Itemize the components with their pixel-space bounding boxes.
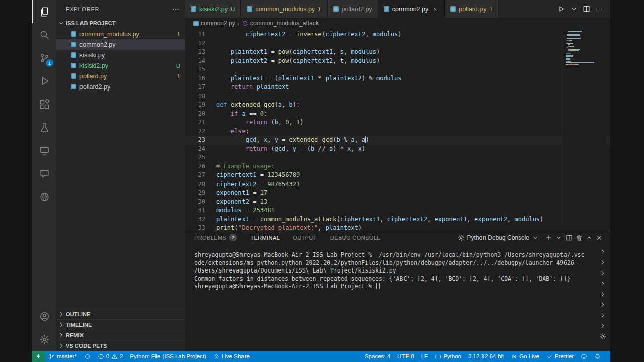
status-indentation[interactable]: Spaces: 4 [361, 351, 394, 362]
terminal-instance[interactable] [595, 299, 610, 310]
status-notifications[interactable] [591, 351, 604, 362]
tab-common2.py[interactable]: common2.py [378, 0, 445, 18]
line-number[interactable]: 16 [185, 74, 205, 83]
run-dropdown[interactable] [569, 4, 579, 14]
run-python-file[interactable] [556, 4, 567, 14]
line-number[interactable]: 20 [185, 110, 205, 119]
file-row[interactable]: kisiski2.pyU [56, 60, 185, 71]
code-line[interactable]: 31modulus = 253481 [185, 206, 610, 215]
activity-remote-explorer[interactable] [32, 139, 56, 162]
file-row[interactable]: pollard2.py [56, 81, 185, 92]
terminal-selector[interactable]: Python Debug Console [458, 234, 539, 241]
panel-tab-terminal[interactable]: TERMINAL [250, 231, 280, 244]
line-number[interactable]: 27 [185, 171, 205, 180]
terminal-profile-dropdown[interactable] [554, 233, 564, 243]
file-row[interactable]: pollard.py1 [56, 71, 185, 81]
section-header-remix[interactable]: REMIX [56, 330, 185, 340]
terminal-instance[interactable] [595, 320, 610, 331]
terminal-settings[interactable] [595, 331, 610, 341]
code-line[interactable]: 21 return (b, 0, 1) [185, 118, 610, 127]
code-line[interactable]: 14 plaintext2 = pow(ciphertext2, t, modu… [185, 57, 610, 66]
line-number[interactable]: 22 [185, 127, 205, 136]
line-number[interactable]: 26 [185, 162, 205, 171]
status-prettier[interactable]: Prettier [543, 351, 577, 362]
remote-indicator[interactable] [32, 351, 45, 362]
code-line[interactable]: 20 if a == 0: [185, 110, 610, 119]
line-number[interactable]: 17 [185, 83, 205, 92]
activity-account[interactable] [32, 305, 56, 328]
line-number[interactable]: 32 [185, 215, 205, 224]
terminal-instance[interactable] [595, 289, 610, 299]
status-python-config[interactable]: Python: File (ISS Lab Project) [126, 351, 209, 362]
status-language-mode[interactable]: { }Python [431, 351, 465, 362]
problems-summary[interactable]: 02 [94, 351, 127, 362]
code-line[interactable]: 25 [185, 153, 610, 162]
close-icon[interactable] [431, 5, 439, 13]
code-line[interactable]: 19def extended_gcd(a, b): [185, 101, 610, 110]
panel-tab-debug-console[interactable]: DEBUG CONSOLE [330, 231, 381, 244]
terminal[interactable]: shreyagupta@Shreyas-MacBook-Air-2 ISS La… [185, 244, 595, 351]
breadcrumb-file[interactable]: common2.py [193, 20, 235, 27]
tab-common_modulus.py[interactable]: common_modulus.py1 [241, 0, 327, 18]
maximize-panel[interactable] [584, 233, 594, 243]
terminal-instance[interactable] [595, 246, 610, 257]
activity-run-debug[interactable] [32, 69, 56, 93]
line-number[interactable]: 12 [185, 39, 205, 48]
minimap[interactable] [562, 29, 606, 231]
code-line[interactable]: 28ciphertext2 = 987654321 [185, 180, 610, 189]
status-feedback[interactable] [577, 351, 591, 362]
activity-browser-preview[interactable] [32, 185, 56, 208]
terminal-instance[interactable] [595, 267, 610, 278]
panel-tab-output[interactable]: OUTPUT [293, 231, 317, 244]
code-line[interactable]: 22 else: [185, 127, 610, 136]
code-line[interactable]: 13 plaintext1 = pow(ciphertext1, s, modu… [185, 48, 610, 57]
split-editor[interactable] [581, 4, 592, 14]
terminal-instance[interactable] [595, 257, 610, 267]
line-number[interactable]: 13 [185, 48, 205, 57]
terminal-instance[interactable] [595, 310, 610, 320]
activity-testing[interactable] [32, 116, 56, 139]
tab-pollard2.py[interactable]: pollard2.py [328, 0, 378, 18]
line-number[interactable]: 24 [185, 145, 205, 154]
code-line[interactable]: 17 return plaintext [185, 83, 610, 92]
line-number[interactable]: 15 [185, 65, 205, 74]
code-line[interactable]: 18 [185, 92, 610, 101]
status-git-branch[interactable]: master* [45, 351, 80, 362]
status-python-interpreter[interactable]: 3.12.12 64-bit [465, 351, 507, 362]
line-number[interactable]: 29 [185, 189, 205, 198]
tab-pollard.py[interactable]: pollard.py1 [445, 0, 499, 18]
code-line[interactable]: 27ciphertext1 = 123456789 [185, 171, 610, 180]
code-line[interactable]: 30exponent2 = 13 [185, 198, 610, 207]
close-panel[interactable] [594, 233, 604, 243]
status-sync-changes[interactable] [80, 351, 94, 362]
editor-more-actions[interactable] [594, 4, 604, 14]
status-eol[interactable]: LF [418, 351, 431, 362]
code-line[interactable]: 16 plaintext = (plaintext1 * plaintext2)… [185, 74, 610, 83]
code-line[interactable]: 23 gcd, x, y = extended_gcd(b % a, a) [185, 136, 610, 145]
code-editor[interactable]: 11 ciphertext2 = inverse(ciphertext2, mo… [185, 29, 610, 231]
line-number[interactable]: 28 [185, 180, 205, 189]
line-number[interactable]: 23 [185, 136, 205, 145]
status-go-live[interactable]: Go Live [507, 351, 543, 362]
new-terminal[interactable] [544, 233, 554, 243]
line-number[interactable]: 31 [185, 206, 205, 215]
split-terminal[interactable] [564, 233, 574, 243]
line-number[interactable]: 18 [185, 92, 205, 101]
editor-scrollbar[interactable] [606, 29, 610, 231]
line-number[interactable]: 11 [185, 30, 205, 39]
section-header-timeline[interactable]: TIMELINE [56, 319, 185, 330]
line-number[interactable]: 33 [185, 224, 205, 231]
kill-terminal[interactable] [574, 233, 584, 243]
activity-extensions[interactable] [32, 93, 56, 116]
section-header-vs-code-pets[interactable]: VS CODE PETS [56, 340, 185, 351]
line-number[interactable]: 19 [185, 101, 205, 110]
code-line[interactable]: 24 return (gcd, y - (b // a) * x, x) [185, 145, 610, 154]
code-line[interactable]: 26# Example usage: [185, 162, 610, 171]
status-live-share[interactable]: Live Share [210, 351, 253, 362]
code-line[interactable]: 12 [185, 39, 610, 48]
code-line[interactable]: 15 [185, 65, 610, 74]
line-number[interactable]: 21 [185, 118, 205, 127]
activity-source-control[interactable]: 1 [32, 46, 56, 69]
terminal-instance[interactable] [595, 278, 610, 289]
status-encoding[interactable]: UTF-8 [394, 351, 418, 362]
